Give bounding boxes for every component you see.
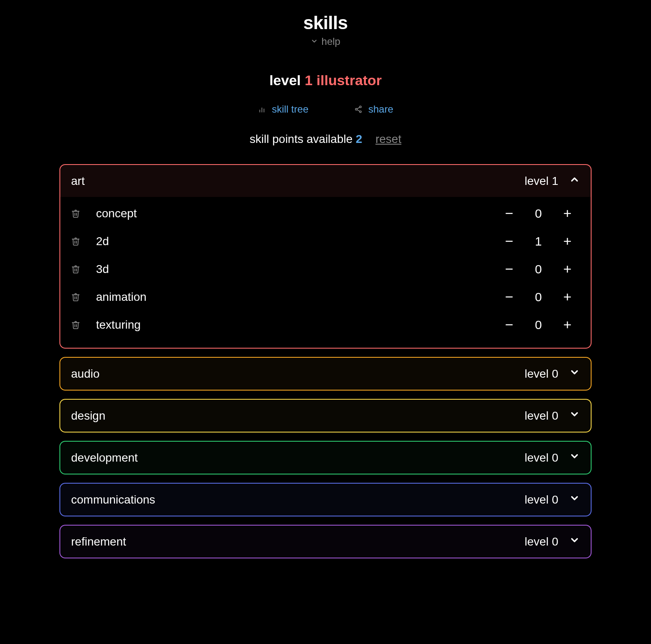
category-art: artlevel 1concept−0+2d−1+3d−0+animation−… (59, 164, 592, 349)
points-label: skill points available (250, 133, 356, 145)
category-level: level 1 (525, 175, 558, 188)
skill-row: texturing−0+ (71, 311, 580, 339)
decrement-button[interactable]: − (497, 233, 522, 249)
player-level: level 1 illustrator (59, 72, 592, 88)
trash-icon[interactable] (71, 320, 80, 330)
chevron-down-icon (311, 36, 318, 47)
help-toggle[interactable]: help (311, 36, 340, 47)
category-header-communications[interactable]: communicationslevel 0 (60, 484, 591, 516)
category-body: concept−0+2d−1+3d−0+animation−0+texturin… (60, 197, 591, 348)
increment-button[interactable]: + (555, 317, 580, 333)
skill-row: animation−0+ (71, 283, 580, 311)
decrement-button[interactable]: − (497, 317, 522, 333)
increment-button[interactable]: + (555, 261, 580, 277)
chevron-down-icon (569, 409, 580, 423)
skill-name: animation (96, 290, 497, 304)
skill-row: 3d−0+ (71, 255, 580, 283)
trash-icon[interactable] (71, 209, 80, 219)
chevron-down-icon (569, 535, 580, 548)
category-name: art (71, 175, 525, 188)
svg-line-6 (357, 107, 360, 109)
category-name: design (71, 409, 525, 423)
points-count: 2 (356, 133, 362, 145)
help-label: help (321, 36, 340, 47)
page-title: skills (59, 12, 592, 33)
skill-tree-label: skill tree (272, 103, 308, 115)
skill-value: 0 (522, 318, 555, 332)
skill-tree-link[interactable]: skill tree (258, 103, 308, 115)
category-header-refinement[interactable]: refinementlevel 0 (60, 526, 591, 558)
skill-name: 3d (96, 263, 497, 276)
category-level: level 0 (525, 409, 558, 423)
share-label: share (368, 103, 393, 115)
skill-name: texturing (96, 318, 497, 332)
reset-button[interactable]: reset (375, 133, 401, 145)
share-icon (354, 105, 362, 113)
skill-value: 1 (522, 234, 555, 248)
chevron-down-icon (569, 367, 580, 381)
increment-button[interactable]: + (555, 289, 580, 305)
category-level: level 0 (525, 451, 558, 465)
category-communications: communicationslevel 0 (59, 483, 592, 516)
trash-icon[interactable] (71, 264, 80, 274)
category-refinement: refinementlevel 0 (59, 525, 592, 558)
category-name: communications (71, 493, 525, 506)
trash-icon[interactable] (71, 236, 80, 246)
skill-name: concept (96, 207, 497, 220)
skill-points-row: skill points available 2 reset (59, 133, 592, 146)
share-link[interactable]: share (354, 103, 393, 115)
category-header-art[interactable]: artlevel 1 (60, 165, 591, 197)
skill-value: 0 (522, 290, 555, 304)
category-design: designlevel 0 (59, 399, 592, 433)
category-name: audio (71, 367, 525, 381)
trash-icon[interactable] (71, 292, 80, 302)
chevron-down-icon (569, 493, 580, 506)
category-name: refinement (71, 535, 525, 548)
level-value: 1 illustrator (305, 72, 382, 88)
chevron-down-icon (569, 451, 580, 465)
bar-chart-icon (258, 105, 266, 113)
increment-button[interactable]: + (555, 233, 580, 249)
category-header-audio[interactable]: audiolevel 0 (60, 358, 591, 390)
category-header-development[interactable]: developmentlevel 0 (60, 442, 591, 474)
skill-value: 0 (522, 262, 555, 276)
decrement-button[interactable]: − (497, 261, 522, 277)
decrement-button[interactable]: − (497, 205, 522, 221)
skill-row: 2d−1+ (71, 227, 580, 255)
category-level: level 0 (525, 367, 558, 381)
category-header-design[interactable]: designlevel 0 (60, 400, 591, 432)
category-name: development (71, 451, 525, 465)
category-development: developmentlevel 0 (59, 441, 592, 474)
chevron-up-icon (569, 174, 580, 188)
svg-line-7 (357, 110, 360, 111)
level-prefix: level (269, 72, 305, 88)
category-level: level 0 (525, 535, 558, 548)
skill-name: 2d (96, 235, 497, 248)
category-audio: audiolevel 0 (59, 357, 592, 391)
skill-row: concept−0+ (71, 199, 580, 227)
category-level: level 0 (525, 493, 558, 506)
skill-value: 0 (522, 206, 555, 221)
decrement-button[interactable]: − (497, 289, 522, 305)
increment-button[interactable]: + (555, 205, 580, 221)
